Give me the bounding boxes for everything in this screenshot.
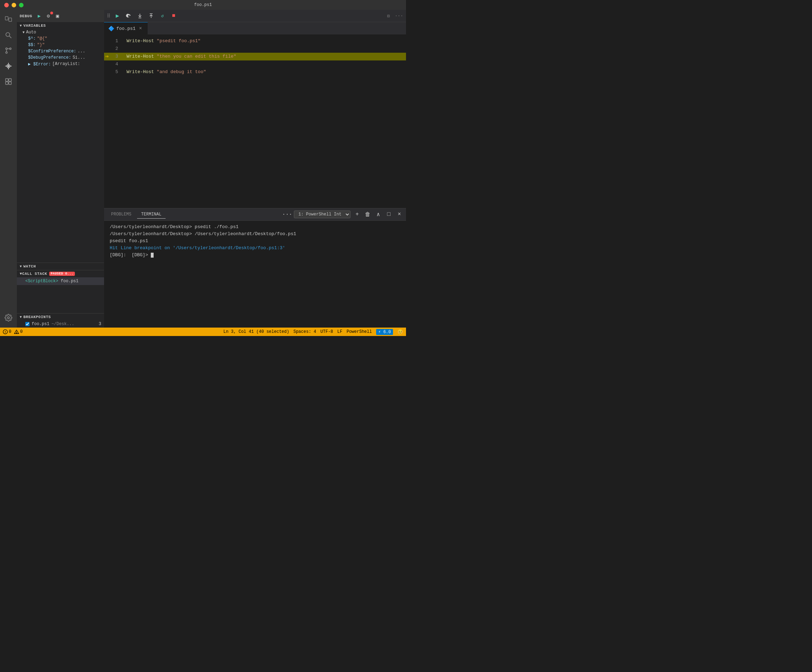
line-content-3: Write-Host "then you can edit this file"	[124, 53, 406, 60]
new-terminal-button[interactable]: +	[353, 210, 361, 218]
restart-button[interactable]: ↺	[158, 12, 167, 20]
terminal-line: psedit foo.ps1	[110, 237, 400, 245]
callstack-arrow: ▼	[20, 272, 22, 276]
debug-action-bar: ⠿ ▶ ↺ ■	[104, 10, 406, 22]
continue-button[interactable]: ▶	[113, 12, 122, 20]
svg-rect-0	[5, 17, 8, 20]
file-encoding[interactable]: UTF-8	[321, 329, 333, 334]
status-left: 0 0	[3, 329, 22, 334]
watch-arrow: ▼	[20, 264, 22, 268]
explorer-icon[interactable]	[2, 13, 15, 27]
step-out-button[interactable]	[147, 12, 155, 20]
terminal-tab[interactable]: TERMINAL	[137, 210, 166, 218]
scroll-up-button[interactable]: ∧	[374, 210, 382, 218]
variables-arrow: ▼	[20, 24, 22, 28]
tab-foo-ps1[interactable]: 🔷 foo.ps1 ×	[104, 22, 148, 34]
feedback-icon[interactable]: 😊	[397, 329, 403, 335]
step-into-button[interactable]	[136, 12, 144, 20]
more-terminal-button[interactable]: ···	[283, 210, 291, 218]
callstack-script: <ScriptBlock>	[25, 279, 58, 284]
error-count[interactable]: 0	[3, 329, 11, 334]
svg-rect-14	[6, 79, 8, 81]
code-line-2: 2	[104, 45, 406, 53]
kill-terminal-button[interactable]: 🗑	[364, 210, 372, 218]
breakpoint-checkbox[interactable]	[25, 322, 29, 326]
minimize-button[interactable]	[12, 3, 16, 7]
breakpoint-line: 3	[99, 322, 101, 326]
search-icon[interactable]	[2, 28, 15, 42]
var-value: "}"	[37, 43, 45, 48]
warning-count-label: 0	[20, 329, 22, 334]
svg-point-28	[17, 333, 17, 333]
more-actions-button[interactable]: ···	[395, 12, 403, 20]
svg-rect-15	[9, 79, 11, 81]
warning-icon	[14, 329, 19, 334]
editor-area: ⠿ ▶ ↺ ■	[104, 10, 406, 327]
svg-point-18	[7, 317, 10, 319]
callstack-section: ▼ CALL STACK PAUSED O... <ScriptBlock> f…	[17, 270, 104, 313]
activity-bar-bottom	[2, 311, 15, 327]
powershell-version[interactable]: ⚡ 6.0	[376, 329, 393, 335]
language-mode[interactable]: PowerShell	[346, 329, 372, 334]
svg-point-25	[5, 333, 6, 333]
close-panel-button[interactable]: ×	[396, 210, 403, 218]
start-debug-button[interactable]: ▶	[36, 13, 43, 20]
status-bar: 0 0 Ln 3, Col 41 (40 selected) Spaces: 4…	[0, 327, 406, 336]
drag-handle[interactable]: ⠿	[107, 13, 110, 19]
callstack-header[interactable]: ▼ CALL STACK PAUSED O...	[17, 270, 104, 277]
step-over-button[interactable]	[125, 12, 133, 20]
split-editor-button[interactable]: ⧈	[384, 12, 392, 20]
open-editor-button[interactable]: ▣	[54, 13, 61, 20]
watch-label: WATCH	[24, 264, 36, 268]
var-item: $$: "}"	[17, 42, 104, 48]
maximize-panel-button[interactable]: □	[385, 210, 392, 218]
variables-section-header[interactable]: ▼ VARIABLES	[17, 22, 104, 29]
debug-icon[interactable]	[2, 59, 15, 73]
watch-section-header[interactable]: ▼ WATCH	[17, 263, 104, 270]
titlebar: foo.ps1	[0, 0, 406, 10]
error-count-label: 0	[9, 329, 11, 334]
line-ending[interactable]: LF	[338, 329, 342, 334]
stop-button[interactable]: ■	[169, 12, 178, 20]
tab-close-button[interactable]: ×	[138, 26, 143, 31]
version-label: ⚡ 6.0	[378, 329, 391, 334]
breakpoint-path: ~/Desk...	[51, 322, 74, 326]
terminal-panel: PROBLEMS TERMINAL ··· 1: PowerShell Int …	[104, 208, 406, 327]
svg-rect-17	[9, 82, 11, 84]
indentation[interactable]: Spaces: 4	[293, 329, 316, 334]
extensions-icon[interactable]	[2, 75, 15, 89]
breakpoint-item: foo.ps1 ~/Desk... 3	[17, 321, 104, 327]
source-control-icon[interactable]	[2, 44, 15, 58]
breakpoints-section-header[interactable]: ▼ BREAKPOINTS	[17, 314, 104, 321]
ps1-file-icon: 🔷	[108, 26, 114, 32]
terminal-content[interactable]: /Users/tylerleonhardt/Desktop> psedit ./…	[104, 221, 406, 327]
cursor-position[interactable]: Ln 3, Col 41 (40 selected)	[223, 329, 289, 334]
var-name: $DebugPreference:	[28, 55, 71, 60]
code-line-4: 4	[104, 60, 406, 68]
window-controls	[4, 3, 24, 7]
var-item: $^: "@{"	[17, 36, 104, 42]
line-number-5: 5	[110, 68, 124, 76]
terminal-line-prompt: [DBG]: [DBG]>	[110, 252, 400, 259]
problems-tab[interactable]: PROBLEMS	[107, 210, 136, 218]
debug-settings-button[interactable]: ⚙	[45, 13, 52, 20]
var-item: ▶ $Error: [ArrayList:	[17, 61, 104, 68]
close-button[interactable]	[4, 3, 9, 7]
callstack-item[interactable]: <ScriptBlock> foo.ps1	[17, 277, 104, 285]
terminal-selector[interactable]: 1: PowerShell Int	[294, 210, 350, 218]
warning-count[interactable]: 0	[14, 329, 22, 334]
current-line-arrow: ⇒	[105, 53, 109, 60]
breakpoints-section: ▼ BREAKPOINTS foo.ps1 ~/Desk... 3	[17, 313, 104, 327]
line-content-5: Write-Host "and debug it too"	[124, 68, 406, 76]
code-line-5: 5 Write-Host "and debug it too"	[104, 68, 406, 76]
var-value: "@{"	[37, 36, 48, 41]
auto-group-header[interactable]: ▼ Auto	[17, 29, 104, 36]
terminal-tab-actions: ··· 1: PowerShell Int + 🗑 ∧ □ ×	[283, 210, 403, 218]
code-editor[interactable]: 1 Write-Host "psedit foo.ps1" 2 ⇒ 3 Writ…	[104, 34, 406, 208]
code-line-3: ⇒ 3 Write-Host "then you can edit this f…	[104, 53, 406, 60]
code-line-1: 1 Write-Host "psedit foo.ps1"	[104, 37, 406, 45]
breakpoint-marker-3: ⇒	[104, 53, 110, 60]
maximize-button[interactable]	[19, 3, 24, 7]
settings-icon[interactable]	[2, 311, 15, 325]
terminal-cursor	[151, 253, 154, 258]
